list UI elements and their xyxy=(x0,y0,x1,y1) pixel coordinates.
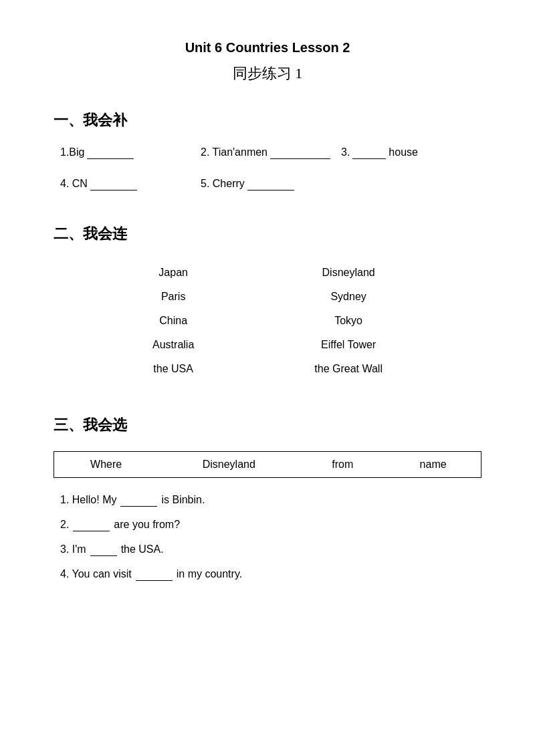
fill-item-1: 1.Big xyxy=(60,146,201,159)
sentence-4-blank xyxy=(136,568,173,581)
match-right-3: Tokyo xyxy=(314,315,383,327)
sentence-1: 1. Hello! My is Binbin. xyxy=(60,494,481,507)
match-left-5: the USA xyxy=(152,363,194,375)
matching-right-col: Disneyland Sydney Tokyo Eiffel Tower the… xyxy=(314,267,383,375)
match-left-3: China xyxy=(152,315,194,327)
word-bank-item-4: name xyxy=(385,452,481,478)
sentence-2: 2. are you from? xyxy=(60,519,481,531)
sentence-3-blank xyxy=(90,543,117,556)
fill-item-4: 4. CN xyxy=(60,178,201,191)
match-right-4: Eiffel Tower xyxy=(314,339,383,351)
sentence-4-suffix: in my country. xyxy=(177,568,242,580)
section-2-title: 二、我会连 xyxy=(54,224,481,244)
section-3: 三、我会选 Where Disneyland from name 1. Hell… xyxy=(54,415,481,581)
item-4-label: 4. CN xyxy=(60,178,88,190)
fill-row-2: 4. CN 5. Cherry xyxy=(60,178,481,191)
item-3-blank xyxy=(352,146,386,159)
sentence-1-num: 1. Hello! My xyxy=(60,494,116,506)
item-5-blank xyxy=(247,178,294,191)
word-bank-item-2: Disneyland xyxy=(158,452,300,478)
match-right-5: the Great Wall xyxy=(314,363,383,375)
match-right-2: Sydney xyxy=(314,291,383,303)
item-1-label: 1.Big xyxy=(60,146,84,158)
word-bank-item-3: from xyxy=(300,452,385,478)
section-1-title: 一、我会补 xyxy=(54,110,481,130)
sentence-3-num: 3. I'm xyxy=(60,543,86,555)
sentence-4-num: 4. You can visit xyxy=(60,568,132,580)
sentence-3-suffix: the USA. xyxy=(121,543,164,555)
match-right-1: Disneyland xyxy=(314,267,383,279)
matching-left-col: Japan Paris China Australia the USA xyxy=(152,267,194,375)
item-2-blank xyxy=(270,146,330,159)
match-left-1: Japan xyxy=(152,267,194,279)
item-3-num: 3. xyxy=(341,146,350,158)
item-5-label: 5. Cherry xyxy=(201,178,245,190)
page-title: Unit 6 Countries Lesson 2 xyxy=(54,40,481,55)
item-3-suffix: house xyxy=(389,146,418,158)
sentence-2-num: 2. xyxy=(60,519,69,531)
fill-item-3: 3. house xyxy=(341,146,481,159)
sentence-4: 4. You can visit in my country. xyxy=(60,568,481,581)
section-1: 一、我会补 1.Big 2. Tian'anmen 3. house 4. CN xyxy=(54,110,481,191)
sentence-1-blank xyxy=(120,494,157,507)
section-2: 二、我会连 Japan Paris China Australia the US… xyxy=(54,224,481,382)
word-bank-row: Where Disneyland from name xyxy=(54,452,481,478)
item-2-label: 2. Tian'anmen xyxy=(201,146,268,158)
fill-item-5: 5. Cherry xyxy=(201,178,341,191)
match-left-4: Australia xyxy=(152,339,194,351)
word-bank-table: Where Disneyland from name xyxy=(54,451,481,478)
fill-sentences-area: 1. Hello! My is Binbin. 2. are you from?… xyxy=(54,494,481,581)
fill-item-2: 2. Tian'anmen xyxy=(201,146,341,159)
fill-blanks-area: 1.Big 2. Tian'anmen 3. house 4. CN 5. Ch… xyxy=(54,146,481,191)
sentence-2-blank xyxy=(73,519,110,531)
match-left-2: Paris xyxy=(152,291,194,303)
sentence-3: 3. I'm the USA. xyxy=(60,543,481,556)
sentence-1-suffix: is Binbin. xyxy=(161,494,205,506)
sentence-2-suffix: are you from? xyxy=(114,519,180,531)
section-3-title: 三、我会选 xyxy=(54,415,481,435)
subtitle: 同步练习 1 xyxy=(54,64,481,84)
item-4-blank xyxy=(90,178,137,191)
fill-row-1: 1.Big 2. Tian'anmen 3. house xyxy=(60,146,481,159)
item-1-blank xyxy=(87,146,134,159)
word-bank-item-1: Where xyxy=(54,452,158,478)
matching-container: Japan Paris China Australia the USA Disn… xyxy=(54,260,481,382)
